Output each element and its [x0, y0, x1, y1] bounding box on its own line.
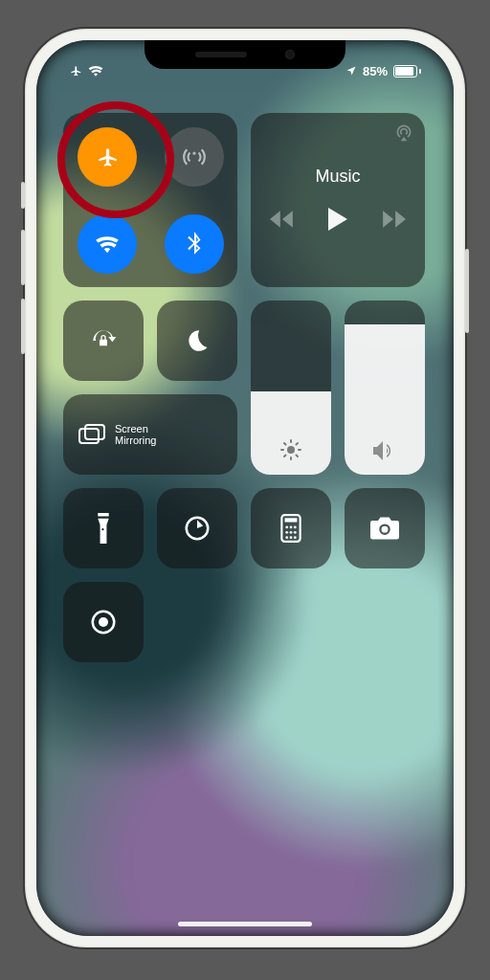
phone-bezel: 85% [36, 40, 454, 936]
airplay-icon[interactable] [394, 122, 413, 145]
camera-icon [370, 517, 399, 540]
lock-rotation-icon [88, 325, 119, 356]
svg-rect-0 [79, 429, 99, 443]
record-icon [89, 608, 118, 636]
now-playing-tile[interactable]: Music [251, 113, 425, 287]
side-button [465, 249, 469, 333]
speaker-icon [372, 440, 397, 461]
forward-button[interactable] [381, 211, 406, 232]
airplane-mode-toggle[interactable] [78, 127, 137, 187]
iphone-frame: 85% [25, 29, 465, 947]
bluetooth-icon [187, 232, 202, 256]
calculator-icon [280, 514, 301, 543]
orientation-lock-toggle[interactable] [63, 301, 144, 381]
volume-down-button [21, 299, 25, 354]
play-button[interactable] [327, 208, 348, 234]
calculator-button[interactable] [251, 488, 331, 568]
svg-line-7 [284, 443, 286, 445]
flashlight-icon [96, 513, 111, 544]
screen-mirroring-label-2: Mirroring [115, 434, 156, 446]
svg-rect-13 [285, 518, 298, 522]
camera-button[interactable] [345, 488, 425, 568]
brightness-slider[interactable] [251, 301, 331, 475]
screen-mirroring-label-1: Screen [115, 423, 156, 434]
volume-slider[interactable] [345, 301, 425, 475]
timer-button[interactable] [157, 488, 237, 568]
mute-switch [21, 182, 25, 209]
svg-point-17 [285, 531, 288, 534]
screen-mirroring-button[interactable]: Screen Mirroring [63, 394, 237, 475]
antenna-icon [182, 145, 207, 169]
battery-icon [393, 65, 421, 78]
svg-point-22 [294, 536, 297, 539]
svg-line-9 [284, 456, 286, 457]
home-indicator[interactable] [178, 922, 312, 926]
wifi-toggle[interactable] [78, 214, 137, 274]
svg-point-2 [287, 446, 295, 454]
svg-line-8 [297, 456, 299, 457]
volume-up-button [21, 230, 25, 285]
screen-record-button[interactable] [63, 582, 144, 662]
svg-point-19 [294, 531, 297, 534]
svg-point-18 [290, 531, 293, 534]
svg-point-20 [285, 536, 288, 539]
svg-point-16 [294, 526, 297, 529]
svg-rect-1 [85, 425, 104, 439]
location-icon [345, 65, 357, 77]
svg-point-15 [290, 526, 293, 529]
airplane-icon [95, 145, 120, 169]
wifi-icon [95, 234, 120, 254]
moon-icon [185, 328, 210, 353]
svg-point-21 [290, 536, 293, 539]
bluetooth-toggle[interactable] [165, 214, 224, 274]
control-center: Music [63, 113, 427, 676]
battery-percent: 85% [363, 64, 388, 78]
cellular-data-toggle[interactable] [165, 127, 224, 187]
connectivity-group[interactable] [63, 113, 237, 287]
svg-point-24 [99, 617, 108, 627]
rewind-button[interactable] [270, 211, 295, 232]
flashlight-button[interactable] [63, 488, 144, 568]
airplane-icon [69, 64, 82, 78]
svg-line-10 [297, 443, 299, 445]
svg-point-14 [285, 526, 288, 529]
screen-mirroring-icon [78, 424, 105, 445]
music-title: Music [315, 167, 360, 187]
timer-icon [183, 514, 212, 543]
sun-icon [279, 438, 302, 461]
wifi-icon [88, 65, 103, 77]
status-bar: 85% [36, 61, 454, 80]
do-not-disturb-toggle[interactable] [157, 301, 237, 381]
